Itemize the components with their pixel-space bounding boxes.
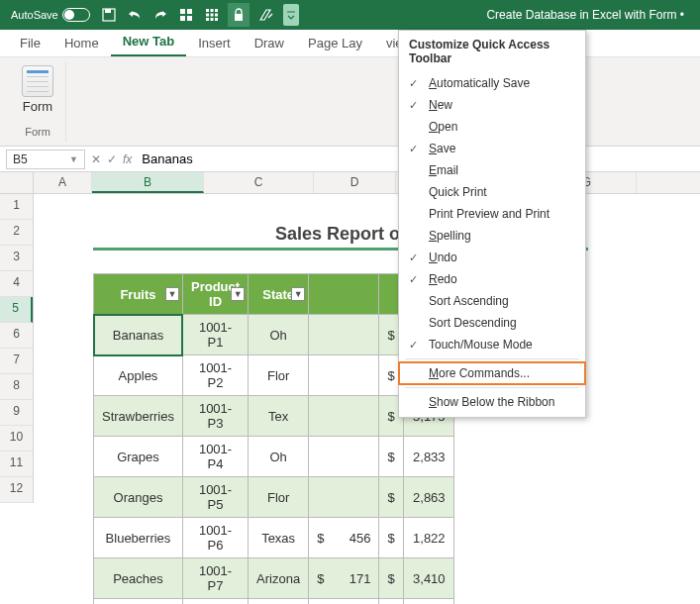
clear-format-icon[interactable] — [255, 3, 277, 27]
cell-qty[interactable] — [309, 396, 379, 437]
row-header-11[interactable]: 11 — [0, 452, 33, 477]
cell-sales[interactable]: 2,863 — [403, 477, 453, 518]
cell-sales[interactable]: 1,822 — [403, 518, 453, 558]
cell-state[interactable]: Flor — [249, 355, 309, 396]
qat-menu-item-redo[interactable]: ✓Redo — [399, 268, 585, 290]
cell-pid[interactable]: 1001-P1 — [182, 315, 248, 355]
table-header[interactable]: Product ID▼ — [182, 274, 248, 315]
dropdown-icon[interactable]: ▼ — [291, 287, 305, 301]
row-header-12[interactable]: 12 — [0, 477, 33, 503]
table-header[interactable]: State▼ — [249, 274, 309, 315]
tab-insert[interactable]: Insert — [186, 30, 243, 56]
row-header-7[interactable]: 7 — [0, 349, 33, 374]
row-header-9[interactable]: 9 — [0, 400, 33, 426]
qat-menu-item-touch-mouse-mode[interactable]: ✓Touch/Mouse Mode — [399, 334, 585, 355]
row-header-10[interactable]: 10 — [0, 426, 33, 452]
cell-pid[interactable]: 1001-P6 — [182, 518, 248, 558]
checkmark-icon[interactable]: ✓ — [107, 152, 117, 166]
cell-sales[interactable]: 2,833 — [403, 437, 453, 477]
cell-pid[interactable]: 1001-P7 — [182, 558, 248, 599]
cell-state[interactable]: Arizona — [249, 558, 309, 599]
cell-qty[interactable] — [309, 355, 379, 396]
cancel-icon[interactable]: ✕ — [91, 152, 101, 166]
form-button[interactable]: Form — [22, 65, 53, 114]
worksheet-grid[interactable]: ABCDEFG 123456789101112 Sales Report of … — [0, 172, 700, 503]
redo-icon[interactable] — [150, 3, 170, 27]
qat-menu-item-quick-print[interactable]: Quick Print — [399, 181, 585, 203]
qat-menu-item-save[interactable]: ✓Save — [399, 138, 585, 159]
cell-sales[interactable]: 4,890 — [403, 599, 453, 605]
row-header-4[interactable]: 4 — [0, 271, 33, 297]
cell-pid[interactable]: 1001-P8 — [182, 599, 248, 605]
cell-pid[interactable]: 1001-P2 — [182, 355, 248, 396]
tab-draw[interactable]: Draw — [243, 30, 296, 56]
undo-icon[interactable] — [125, 3, 145, 27]
qat-menu-item-open[interactable]: Open — [399, 116, 585, 138]
cell-qty[interactable]: $ 456 — [309, 518, 379, 558]
cell-qty[interactable] — [309, 437, 379, 477]
dropdown-icon[interactable]: ▼ — [231, 287, 245, 301]
qat-menu-more-commands[interactable]: More Commands... — [399, 362, 585, 384]
cell-state[interactable]: Oh — [249, 437, 309, 477]
cell-fruit[interactable]: Apples — [94, 355, 183, 396]
cell-pid[interactable]: 1001-P3 — [182, 396, 248, 437]
qat-menu-item-automatically-save[interactable]: ✓Automatically Save — [399, 72, 585, 94]
cell-cur[interactable]: $ — [379, 518, 403, 558]
cell-qty[interactable]: $ 171 — [309, 558, 379, 599]
cell-qty[interactable]: $ 49 — [309, 599, 379, 605]
col-header-B[interactable]: B — [92, 172, 204, 193]
row-header-6[interactable]: 6 — [0, 323, 33, 349]
lock-icon[interactable] — [228, 3, 250, 27]
cell-cur[interactable]: $ — [379, 437, 403, 477]
cell-fruit[interactable]: Peaches — [94, 558, 183, 599]
cell-fruit[interactable]: Lemons — [94, 599, 183, 605]
cell-fruit[interactable]: Strawberries — [94, 396, 183, 437]
cell-fruit[interactable]: Bananas — [94, 315, 183, 355]
qat-menu-item-email[interactable]: Email — [399, 159, 585, 181]
tab-home[interactable]: Home — [52, 30, 111, 56]
tab-file[interactable]: File — [8, 30, 52, 56]
cell-cur[interactable]: $ — [379, 558, 403, 599]
cell-state[interactable]: Texas — [249, 599, 309, 605]
cell-state[interactable]: Flor — [249, 477, 309, 518]
autosave-toggle[interactable]: AutoSave — [8, 3, 93, 27]
grid-icon[interactable] — [176, 3, 196, 27]
qat-menu-item-spelling[interactable]: Spelling — [399, 225, 585, 247]
row-header-2[interactable]: 2 — [0, 220, 33, 246]
qat-menu-show-below[interactable]: Show Below the Ribbon — [399, 391, 585, 413]
row-header-5[interactable]: 5 — [0, 297, 33, 323]
cell-fruit[interactable]: Blueberries — [94, 518, 183, 558]
select-all-corner[interactable] — [0, 172, 34, 193]
cell-state[interactable]: Oh — [249, 315, 309, 355]
cell-state[interactable]: Tex — [249, 396, 309, 437]
qat-menu-item-undo[interactable]: ✓Undo — [399, 247, 585, 268]
cell-cur[interactable]: $ — [379, 477, 403, 518]
table-header[interactable] — [309, 274, 379, 315]
row-header-3[interactable]: 3 — [0, 246, 33, 271]
qat-menu-item-new[interactable]: ✓New — [399, 94, 585, 116]
fx-icon[interactable]: fx — [123, 152, 132, 166]
qat-menu-item-sort-descending[interactable]: Sort Descending — [399, 312, 585, 334]
cell-fruit[interactable]: Grapes — [94, 437, 183, 477]
thumbnails-icon[interactable] — [202, 3, 222, 27]
cell-qty[interactable] — [309, 477, 379, 518]
cell-fruit[interactable]: Oranges — [94, 477, 183, 518]
cell-state[interactable]: Texas — [249, 518, 309, 558]
cell-cur[interactable]: $ — [379, 599, 403, 605]
col-header-A[interactable]: A — [34, 172, 92, 193]
table-header[interactable]: Fruits▼ — [94, 274, 183, 315]
cell-sales[interactable]: 3,410 — [403, 558, 453, 599]
name-box[interactable]: B5 ▼ — [6, 150, 85, 169]
tab-new-tab[interactable]: New Tab — [111, 28, 187, 56]
tab-page-lay[interactable]: Page Lay — [296, 30, 374, 56]
col-header-C[interactable]: C — [204, 172, 314, 193]
dropdown-icon[interactable]: ▼ — [165, 287, 179, 301]
customize-qat-button[interactable] — [283, 4, 299, 26]
qat-menu-item-sort-ascending[interactable]: Sort Ascending — [399, 290, 585, 312]
row-header-1[interactable]: 1 — [0, 194, 33, 220]
col-header-D[interactable]: D — [314, 172, 396, 193]
cell-pid[interactable]: 1001-P5 — [182, 477, 248, 518]
save-icon[interactable] — [99, 3, 119, 27]
qat-menu-item-print-preview-and-print[interactable]: Print Preview and Print — [399, 203, 585, 225]
cell-pid[interactable]: 1001-P4 — [182, 437, 248, 477]
